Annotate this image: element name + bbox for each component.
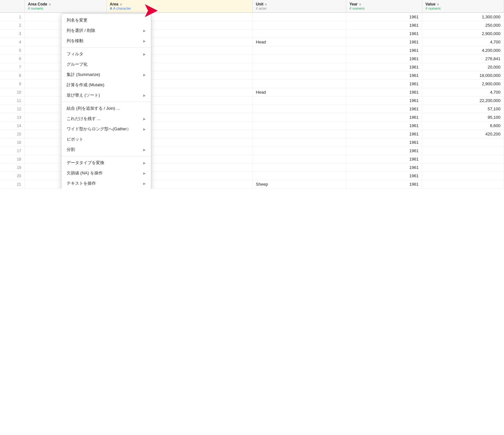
cell-rownum: 5 — [0, 46, 24, 55]
cell-year: 1961 — [346, 88, 422, 97]
menu-item-sort[interactable]: 並び替え (ソート) ▶ — [61, 90, 151, 100]
col-value-label: Value — [425, 2, 435, 6]
menu-item-split[interactable]: 分割 ▶ — [61, 144, 151, 155]
cell-rownum: 7 — [0, 63, 24, 71]
col-header-areacode[interactable]: Area Code ∨ # numeric — [24, 0, 106, 13]
cell-value: 20,000 — [422, 63, 504, 71]
cell-value: 250,000 — [422, 21, 504, 30]
cell-value: 4,700 — [422, 88, 504, 97]
menu-item-select-delete[interactable]: 列を選択 / 削除 ▶ — [61, 25, 151, 36]
menu-item-group[interactable]: グループ化 — [61, 59, 151, 69]
cell-year: 1961 — [346, 30, 422, 38]
arrow-icon-move: ▶ — [143, 39, 146, 43]
cell-year: 1961 — [346, 163, 422, 172]
menu-divider-1 — [61, 47, 151, 48]
cell-unit — [253, 147, 346, 155]
cell-year: 1961 — [346, 71, 422, 80]
arrow-icon-split: ▶ — [143, 148, 146, 152]
menu-item-filter[interactable]: フィルタ ▶ — [61, 49, 151, 59]
dropdown-menu-container: 列名を変更 列を選択 / 削除 ▶ 列を移動 ▶ フィルタ ▶ グループ化 集計… — [61, 14, 151, 189]
sort-icon-year[interactable]: ∨ — [359, 3, 361, 6]
cell-unit: Sheep — [253, 180, 346, 189]
cell-year: 1961 — [346, 80, 422, 88]
cell-rownum: 16 — [0, 138, 24, 147]
sort-icon-unit[interactable]: ∨ — [265, 3, 267, 6]
menu-item-join[interactable]: 結合 (列を追加する / Join) ... — [61, 103, 151, 114]
cell-rownum: 12 — [0, 105, 24, 113]
cell-rownum: 17 — [0, 147, 24, 155]
sort-icon-area[interactable]: ∨ — [120, 3, 122, 6]
arrow-icon-keep: ▶ — [143, 117, 146, 121]
arrow-icon-summarize: ▶ — [143, 73, 146, 77]
cell-unit — [253, 55, 346, 63]
col-header-year[interactable]: Year ∨ # numeric — [346, 0, 422, 13]
menu-item-keep[interactable]: これだけを残す ... ▶ — [61, 114, 151, 124]
col-header-unit[interactable]: Unit ∨ # acter — [253, 0, 346, 13]
cell-year: 1961 — [346, 172, 422, 180]
main-container: Area Code ∨ # numeric Area ∨ A A charact… — [0, 0, 504, 189]
cell-rownum: 9 — [0, 80, 24, 88]
cell-value — [422, 147, 504, 155]
cell-unit — [253, 80, 346, 88]
cell-rownum: 2 — [0, 21, 24, 30]
arrow-icon-filter: ▶ — [143, 52, 146, 56]
cell-unit — [253, 130, 346, 138]
cell-year: 1961 — [346, 122, 422, 130]
arrow-icon-datatype: ▶ — [143, 161, 146, 165]
cell-year: 1961 — [346, 55, 422, 63]
cell-rownum: 21 — [0, 180, 24, 189]
cell-year: 1961 — [346, 21, 422, 30]
menu-divider-2 — [61, 102, 151, 102]
cell-value — [422, 172, 504, 180]
menu-item-na[interactable]: 欠損値 (NA) を操作 ▶ — [61, 168, 151, 178]
cell-value: 4,200,000 — [422, 46, 504, 55]
cell-value: 276,841 — [422, 55, 504, 63]
menu-item-move[interactable]: 列を移動 ▶ — [61, 36, 151, 46]
cell-unit — [253, 30, 346, 38]
menu-item-pivot[interactable]: ピボット — [61, 134, 151, 144]
col-header-value[interactable]: Value ∨ # numeric — [422, 0, 504, 13]
cell-year: 1961 — [346, 38, 422, 46]
col-area-type: A A character — [110, 6, 249, 10]
col-header-area[interactable]: Area ∨ A A character — [107, 0, 253, 13]
col-unit-label: Unit — [256, 2, 263, 6]
cell-value — [422, 180, 504, 189]
cell-year: 1961 — [346, 105, 422, 113]
menu-item-mutate[interactable]: 計算を作成 (Mutate) — [61, 80, 151, 90]
cell-value: 22,200,000 — [422, 97, 504, 105]
cell-unit — [253, 105, 346, 113]
cell-unit: Head — [253, 88, 346, 97]
cell-value: 2,900,000 — [422, 80, 504, 88]
cell-year: 1961 — [346, 180, 422, 189]
sort-icon-value[interactable]: ∨ — [437, 3, 439, 6]
menu-item-text[interactable]: テキストを操作 ▶ — [61, 178, 151, 189]
col-area-label: Area — [110, 2, 118, 6]
cell-year: 1961 — [346, 13, 422, 21]
menu-item-gather[interactable]: ワイド型からロング型へ(Gather） ▶ — [61, 124, 151, 134]
col-unit-type: # acter — [256, 6, 343, 10]
col-areacode-label: Area Code — [28, 2, 47, 6]
cell-value — [422, 155, 504, 163]
sort-icon-areacode[interactable]: ∨ — [49, 3, 51, 6]
cell-year: 1961 — [346, 138, 422, 147]
cell-rownum: 11 — [0, 97, 24, 105]
menu-item-datatype[interactable]: データタイプを変換 ▶ — [61, 158, 151, 168]
cell-value: 18,000,000 — [422, 71, 504, 80]
col-year-label: Year — [350, 2, 358, 6]
arrow-icon-na: ▶ — [143, 171, 146, 175]
cell-rownum: 19 — [0, 163, 24, 172]
cell-unit — [253, 97, 346, 105]
cell-rownum: 10 — [0, 88, 24, 97]
menu-item-rename[interactable]: 列名を変更 — [61, 15, 151, 25]
arrow-icon-text: ▶ — [143, 182, 146, 185]
cell-rownum: 15 — [0, 130, 24, 138]
arrow-icon-select-delete: ▶ — [143, 29, 146, 32]
cell-value: 4,700 — [422, 38, 504, 46]
cell-unit — [253, 172, 346, 180]
cell-year: 1961 — [346, 97, 422, 105]
cell-rownum: 3 — [0, 30, 24, 38]
cell-year: 1961 — [346, 63, 422, 71]
cell-rownum: 6 — [0, 55, 24, 63]
menu-item-summarize[interactable]: 集計 (Summarize) ▶ — [61, 69, 151, 80]
column-dropdown-menu: 列名を変更 列を選択 / 削除 ▶ 列を移動 ▶ フィルタ ▶ グループ化 集計… — [61, 14, 151, 189]
